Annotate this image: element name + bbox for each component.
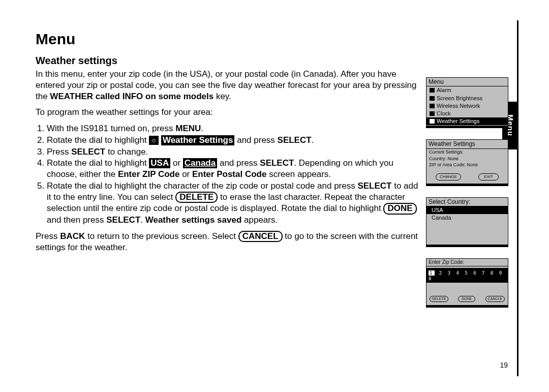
exit-button: EXIT <box>478 173 499 180</box>
change-button: CHANGE <box>436 173 461 180</box>
done-button-ref: DONE <box>383 203 416 215</box>
screen-menu: Menu Alarm Screen Brightness Wireless Ne… <box>426 77 508 128</box>
weather-icon: ☼ <box>149 136 159 145</box>
weather-buttons: CHANGE EXIT <box>426 171 508 183</box>
screen-select-country: Select Country: USA Canada <box>426 197 508 248</box>
wireless-icon <box>430 104 435 108</box>
menu-item-weather-selected: Weather Settings <box>426 117 508 125</box>
country-none: Country: None <box>426 156 508 162</box>
section-subtitle: Weather settings <box>36 55 419 67</box>
country-usa-selected: USA <box>426 206 508 214</box>
screen-enter-zip: Enter Zip Code: 1 2 3 4 5 6 7 8 9 0 DELE… <box>426 258 508 308</box>
menu-item-wireless: Wireless Network <box>426 102 508 110</box>
zip-cancel-button: CANCLE <box>485 296 505 302</box>
screen-footer <box>426 126 508 128</box>
main-column: Menu Weather settings In this menu, ente… <box>36 31 419 258</box>
usa-highlight: USA <box>149 158 170 168</box>
intro-program-line: To program the weather settings for your… <box>36 107 419 118</box>
menu-item-brightness: Screen Brightness <box>426 95 508 102</box>
screen-footer <box>426 245 508 247</box>
screen-zip-header: Enter Zip Code: <box>426 259 508 266</box>
outro-paragraph: Press BACK to return to the previous scr… <box>36 231 419 253</box>
canada-highlight: Canada <box>183 158 217 168</box>
screen-country-header: Select Country: <box>426 198 508 206</box>
current-settings-label: Current Settings: <box>426 149 508 156</box>
step-4: Rotate the dial to highlight USA or Cana… <box>47 158 419 180</box>
weather-settings-highlight: Weather Settings <box>161 135 235 145</box>
page-title: Menu <box>36 31 419 48</box>
zip-delete-button: DELETE <box>430 296 448 302</box>
digit-row: 1 2 3 4 5 6 7 8 9 0 <box>426 269 508 283</box>
step-1: With the IS9181 turned on, press MENU. <box>47 123 419 134</box>
page-inner: Menu Weather settings In this menu, ente… <box>25 20 518 376</box>
alarm-icon <box>430 88 435 93</box>
intro-bold: WEATHER called INFO on some models <box>50 92 214 101</box>
zip-none: ZIP or Area Code: None <box>426 162 508 168</box>
digit-highlight: 1 <box>429 270 435 276</box>
steps-list: With the IS9181 turned on, press MENU. R… <box>36 123 419 226</box>
zip-buttons: DELETE DONE CANCLE <box>426 294 508 305</box>
page: Menu Weather settings In this menu, ente… <box>0 0 549 392</box>
country-canada: Canada <box>426 214 508 222</box>
digits-rest: 2 3 4 5 6 7 8 9 0 <box>429 270 503 281</box>
menu-item-clock: Clock <box>426 110 508 117</box>
screen-weather-header: Weather Settings <box>426 140 508 148</box>
menu-item-alarm: Alarm <box>426 86 508 94</box>
delete-button-ref: DELETE <box>175 192 218 203</box>
cancel-button-ref: CANCEL <box>238 231 283 243</box>
screen-footer <box>426 184 508 186</box>
clock-icon <box>430 111 435 116</box>
step-2: Rotate the dial to highlight ☼ Weather S… <box>47 135 419 146</box>
screen-weather-settings: Weather Settings Current Settings: Count… <box>426 139 508 186</box>
step-5: Rotate the dial to highlight the charact… <box>47 180 419 226</box>
weather-icon <box>430 119 435 124</box>
intro-paragraph: In this menu, enter your zip code (in th… <box>36 69 419 102</box>
right-screens-column: Menu Alarm Screen Brightness Wireless Ne… <box>426 77 511 319</box>
intro-tail: key. <box>214 92 231 101</box>
screen-footer <box>426 305 508 307</box>
page-number: 19 <box>500 361 508 369</box>
zip-done-button: DONE <box>458 296 475 302</box>
brightness-icon <box>430 96 435 101</box>
step-3: Press SELECT to change. <box>47 146 419 158</box>
screen-menu-header: Menu <box>426 78 508 86</box>
